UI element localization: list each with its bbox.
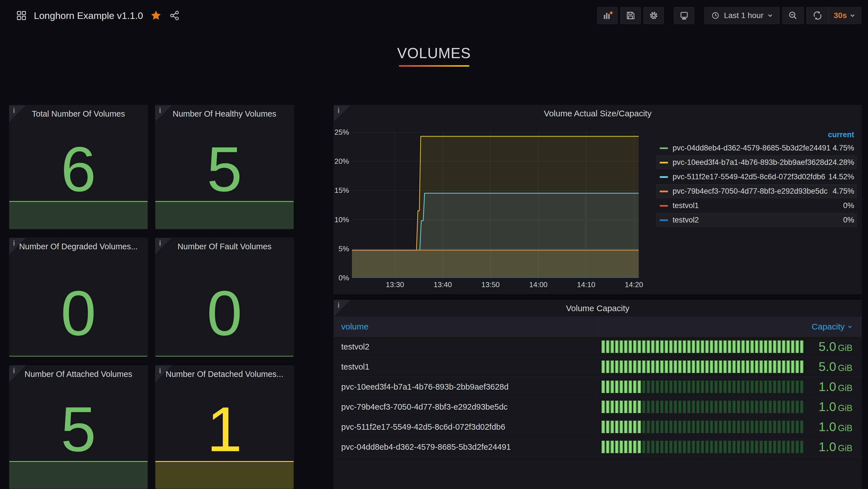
volume-size-capacity-panel: i Volume Actual Size/Capacity 0%5%10%15%… <box>334 105 862 294</box>
capacity-led-gauge <box>601 341 805 353</box>
capacity-led-gauge <box>601 401 805 413</box>
table-panel-title[interactable]: Volume Capacity <box>334 300 862 316</box>
stat-sparkline <box>9 201 148 229</box>
refresh-button[interactable] <box>807 7 828 24</box>
save-dashboard-button[interactable] <box>620 7 641 24</box>
chart-legend: current pvc-04dd8eb4-d362-4579-8685-5b3d… <box>656 128 857 227</box>
chevron-down-icon <box>767 12 774 19</box>
table-cell-volume: testvol2 <box>334 337 598 356</box>
legend-series-color-dash[interactable] <box>660 162 668 164</box>
capacity-value: 1.0GiB <box>805 439 862 454</box>
table-row: pvc-511f2e17-5549-42d5-8c6d-072f3d02fdb6… <box>334 417 862 437</box>
legend-series-color-dash[interactable] <box>660 205 668 207</box>
table-cell-volume: pvc-511f2e17-5549-42d5-8c6d-072f3d02fdb6 <box>334 417 598 437</box>
add-panel-button[interactable] <box>597 7 618 24</box>
refresh-interval-picker[interactable]: 30s <box>829 7 861 24</box>
y-axis-tick-label: 15% <box>334 186 349 195</box>
stat-value: 5 <box>9 382 148 461</box>
table-cell-capacity: 5.0GiB <box>598 357 862 377</box>
capacity-number: 1.0 <box>819 420 836 434</box>
capacity-number: 5.0 <box>819 339 836 354</box>
chart-plot-area[interactable] <box>352 130 639 278</box>
stat-value: 0 <box>9 255 148 356</box>
legend-series-name[interactable]: testvol2 <box>673 216 843 225</box>
gauge-lit-cells <box>601 381 642 393</box>
capacity-unit: GiB <box>838 443 852 453</box>
gauge-lit-cells <box>601 361 805 373</box>
legend-row: pvc-79b4ecf3-7050-4d77-8bf3-e292d93be5dc… <box>656 184 857 199</box>
graph-panel-title[interactable]: Volume Actual Size/Capacity <box>334 105 862 122</box>
stat-panel-title[interactable]: Number Of Attached Volumes <box>9 366 148 382</box>
capacity-value: 1.0GiB <box>805 420 862 434</box>
capacity-value: 5.0GiB <box>805 339 862 354</box>
column-header-capacity[interactable]: Capacity <box>598 316 862 337</box>
capacity-number: 5.0 <box>819 359 836 374</box>
capacity-value: 5.0GiB <box>805 359 862 374</box>
favorite-star-icon[interactable] <box>150 10 162 21</box>
legend-series-name[interactable]: pvc-10eed3f4-b7a1-4b76-893b-2bb9aef3628d <box>673 158 828 167</box>
legend-series-color-dash[interactable] <box>660 176 668 178</box>
y-axis-labels: 0%5%10%15%20%25% <box>334 130 349 278</box>
sort-chevron-down-icon <box>847 323 853 330</box>
capacity-number: 1.0 <box>819 379 836 394</box>
capacity-led-gauge <box>601 441 805 453</box>
legend-rows: pvc-04dd8eb4-d362-4579-8685-5b3d2fe24491… <box>656 141 857 227</box>
capacity-unit: GiB <box>838 363 852 373</box>
table-cell-capacity: 1.0GiB <box>598 417 862 437</box>
stat-sparkline <box>9 356 148 356</box>
stat-panel-number-of-detached-volumes: iNumber Of Detached Volumes...1 <box>155 365 294 489</box>
clock-icon <box>710 10 720 21</box>
y-axis-tick-label: 25% <box>334 128 349 137</box>
table-row: pvc-79b4ecf3-7050-4d77-8bf3-e292d93be5dc… <box>334 397 862 417</box>
stat-panel-title[interactable]: Number Of Fault Volumes <box>155 238 293 255</box>
legend-series-current-value: 24.28% <box>828 158 854 167</box>
stat-sparkline <box>155 356 293 356</box>
stat-panel-title[interactable]: Number Of Healthy Volumes <box>155 105 293 122</box>
legend-row: pvc-10eed3f4-b7a1-4b76-893b-2bb9aef3628d… <box>656 155 857 170</box>
dashboards-grid-icon[interactable] <box>16 10 27 21</box>
stat-sparkline <box>155 461 293 489</box>
legend-series-name[interactable]: pvc-04dd8eb4-d362-4579-8685-5b3d2fe24491 <box>673 144 833 152</box>
y-axis-tick-label: 5% <box>334 244 349 253</box>
share-icon[interactable] <box>169 10 180 21</box>
table-cell-capacity: 1.0GiB <box>598 377 862 397</box>
table-cell-capacity: 5.0GiB <box>598 337 862 356</box>
capacity-number: 1.0 <box>819 400 836 414</box>
tv-cycle-view-button[interactable] <box>674 7 694 24</box>
legend-row: testvol10% <box>656 199 857 213</box>
stat-panel-title[interactable]: Number Of Degraded Volumes... <box>9 238 148 255</box>
legend-series-name[interactable]: testvol1 <box>673 201 843 210</box>
capacity-unit: GiB <box>838 383 852 393</box>
zoom-out-time-button[interactable] <box>782 7 804 24</box>
legend-series-color-dash[interactable] <box>660 147 668 149</box>
volume-capacity-panel: i Volume Capacity volume Capacity testvo… <box>334 300 862 489</box>
legend-row: testvol20% <box>656 213 857 227</box>
legend-series-name[interactable]: pvc-511f2e17-5549-42d5-8c6d-072f3d02fdb6 <box>673 173 828 181</box>
stat-panel-number-of-healthy-volumes: iNumber Of Healthy Volumes5 <box>155 105 294 229</box>
time-range-picker[interactable]: Last 1 hour <box>705 7 779 24</box>
table-cell-capacity: 1.0GiB <box>598 397 862 417</box>
stat-panel-title[interactable]: Number Of Detached Volumes... <box>155 366 293 382</box>
x-axis-tick-label: 14:00 <box>529 280 548 289</box>
column-header-volume[interactable]: volume <box>334 316 598 337</box>
table-cell-volume: testvol1 <box>334 357 598 377</box>
stat-value: 6 <box>9 122 148 201</box>
table-cell-volume: pvc-10eed3f4-b7a1-4b76-893b-2bb9aef3628d <box>334 377 598 397</box>
table-header-row: volume Capacity <box>334 316 862 337</box>
legend-series-name[interactable]: pvc-79b4ecf3-7050-4d77-8bf3-e292d93be5dc <box>673 187 833 196</box>
capacity-unit: GiB <box>838 403 852 413</box>
table-rows: testvol25.0GiBtestvol15.0GiBpvc-10eed3f4… <box>334 337 862 457</box>
legend-series-color-dash[interactable] <box>660 219 668 221</box>
table-row: testvol25.0GiB <box>334 337 862 357</box>
stat-panel-title[interactable]: Total Number Of Volumes <box>9 105 148 122</box>
dashboard-settings-button[interactable] <box>644 7 664 24</box>
capacity-table: volume Capacity testvol25.0GiBtestvol15.… <box>334 316 862 457</box>
table-cell-volume: pvc-79b4ecf3-7050-4d77-8bf3-e292d93be5dc <box>334 397 598 417</box>
capacity-unit: GiB <box>838 423 852 433</box>
stat-panel-number-of-fault-volumes: iNumber Of Fault Volumes0 <box>155 238 294 357</box>
x-axis-labels: 13:3013:4013:5014:0014:1014:20 <box>352 280 639 292</box>
legend-current-header[interactable]: current <box>656 128 857 141</box>
chevron-down-icon <box>849 12 856 19</box>
legend-series-color-dash[interactable] <box>660 191 668 192</box>
dashboard-title[interactable]: Longhorn Example v1.1.0 <box>34 10 143 21</box>
